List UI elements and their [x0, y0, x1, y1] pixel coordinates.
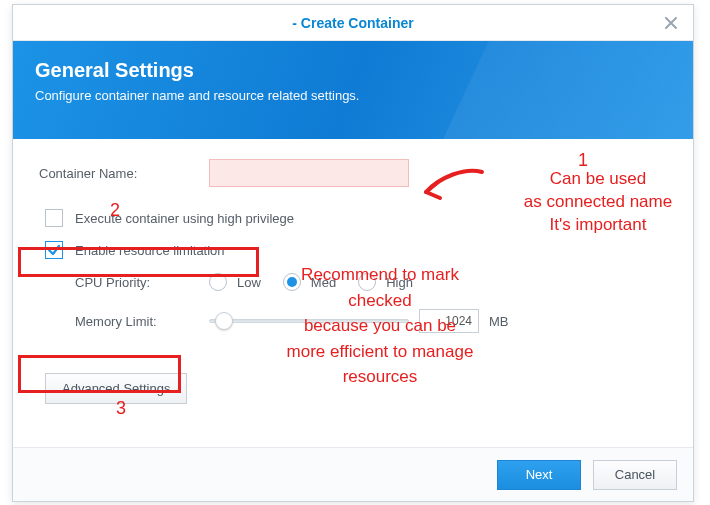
memory-limit-label: Memory Limit: — [75, 314, 209, 329]
resource-limit-row: Enable resource limitation — [45, 241, 667, 259]
container-name-input[interactable] — [209, 159, 409, 187]
memory-limit-controls: MB — [209, 309, 509, 333]
advanced-settings-button[interactable]: Advanced Settings — [45, 373, 187, 404]
cancel-button[interactable]: Cancel — [593, 460, 677, 490]
slider-thumb[interactable] — [215, 312, 233, 330]
resource-limit-checkbox[interactable] — [45, 241, 63, 259]
cpu-priority-radios: Low Med High — [209, 273, 429, 291]
memory-limit-row: Memory Limit: MB — [75, 309, 667, 333]
page-subtitle: Configure container name and resource re… — [35, 88, 671, 103]
dialog-footer: Next Cancel — [13, 447, 693, 501]
check-icon — [47, 243, 61, 257]
window-title: - Create Container — [292, 15, 413, 31]
slider-track — [209, 319, 409, 323]
memory-limit-slider[interactable] — [209, 313, 409, 329]
cpu-priority-high-radio[interactable] — [358, 273, 376, 291]
form-body: Container Name: Execute container using … — [13, 139, 693, 404]
memory-limit-unit: MB — [489, 314, 509, 329]
cpu-priority-high-label: High — [386, 275, 413, 290]
cpu-priority-label: CPU Priority: — [75, 275, 209, 290]
page-title: General Settings — [35, 59, 671, 82]
cpu-priority-med-radio[interactable] — [283, 273, 301, 291]
cpu-priority-med-label: Med — [311, 275, 336, 290]
cpu-priority-low-label: Low — [237, 275, 261, 290]
high-privilege-row: Execute container using high privilege — [45, 209, 667, 227]
container-name-row: Container Name: — [39, 159, 667, 187]
title-bar: - Create Container — [13, 5, 693, 41]
resource-limit-subsection: CPU Priority: Low Med High Memory Limit: — [75, 273, 667, 333]
next-button[interactable]: Next — [497, 460, 581, 490]
cpu-priority-low-radio[interactable] — [209, 273, 227, 291]
dialog-window: - Create Container General Settings Conf… — [12, 4, 694, 502]
close-icon — [664, 16, 678, 30]
cpu-priority-row: CPU Priority: Low Med High — [75, 273, 667, 291]
resource-limit-label: Enable resource limitation — [75, 243, 225, 258]
high-privilege-label: Execute container using high privilege — [75, 211, 294, 226]
high-privilege-checkbox[interactable] — [45, 209, 63, 227]
close-button[interactable] — [659, 11, 683, 35]
header-banner: General Settings Configure container nam… — [13, 41, 693, 139]
container-name-label: Container Name: — [39, 166, 209, 181]
memory-limit-input[interactable] — [419, 309, 479, 333]
